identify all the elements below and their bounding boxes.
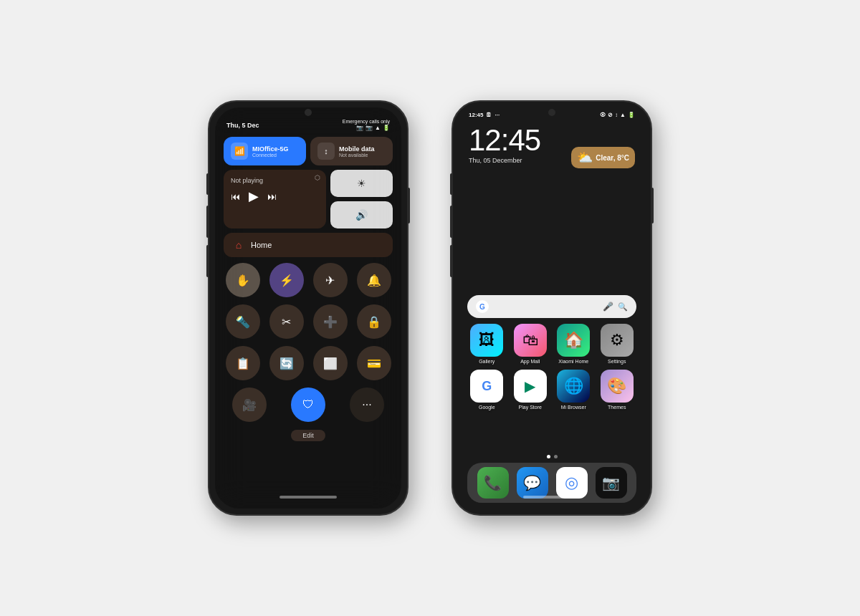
mute-button[interactable] bbox=[206, 173, 209, 195]
mobile-icon: ↕ bbox=[317, 143, 335, 160]
google-home-button[interactable]: ⌂ Home bbox=[224, 233, 393, 257]
card-icon: 💳 bbox=[367, 357, 381, 370]
messages-icon: 💬 bbox=[517, 467, 548, 499]
cc-media-row: ⬡ Not playing ⏮ ▶ ⏭ ☀ 🔊 bbox=[224, 170, 393, 228]
video-toggle[interactable]: 🎥 bbox=[232, 388, 267, 422]
mute-button-2[interactable] bbox=[450, 173, 453, 195]
cc-sliders: ☀ 🔊 bbox=[330, 170, 393, 228]
dock-messages[interactable]: 💬 bbox=[514, 467, 550, 499]
app-google[interactable]: G Google bbox=[467, 370, 507, 410]
hs-time-small: 12:45 bbox=[469, 112, 483, 118]
mobile-data-toggle[interactable]: ↕ Mobile data Not available bbox=[310, 137, 393, 165]
google-search-bar[interactable]: G 🎤 🔍 bbox=[467, 295, 636, 318]
chrome-icon: ◎ bbox=[556, 467, 588, 499]
mobile-text: Mobile data Not available bbox=[339, 145, 375, 158]
page-dot-1[interactable] bbox=[547, 455, 550, 458]
phone-app-icon: 📞 bbox=[477, 467, 509, 499]
brightness-icon: ☀ bbox=[357, 178, 366, 189]
weather-temp: Clear, 8°C bbox=[596, 154, 629, 162]
more-icon: ··· bbox=[494, 112, 500, 118]
dock-chrome[interactable]: ◎ bbox=[553, 467, 590, 499]
no-sim-icon: ⊘ bbox=[608, 112, 613, 118]
hs-status-right: ⦿ ⊘ ↕ ▲ 🔋 bbox=[600, 112, 635, 118]
phone-control-center: Thu, 5 Dec Emergency calls only 📷 📷 ▲ 🔋 … bbox=[208, 100, 408, 516]
scissors-toggle[interactable]: ✂ bbox=[269, 304, 304, 339]
google-g-icon: G bbox=[476, 300, 489, 313]
calendar-icon: 🗓 bbox=[486, 112, 492, 118]
cc-status-bar: Thu, 5 Dec Emergency calls only 📷 📷 ▲ 🔋 bbox=[224, 117, 393, 133]
flashlight-toggle[interactable]: 🔦 bbox=[226, 304, 260, 339]
airplane-toggle[interactable]: ✈ bbox=[313, 263, 348, 297]
screen-toggle[interactable]: ⬜ bbox=[313, 346, 348, 380]
power-button-2[interactable] bbox=[651, 188, 654, 223]
lens-search-icon[interactable]: 🔍 bbox=[618, 302, 628, 312]
xiaomihome-label: Xiaomi Home bbox=[558, 359, 588, 364]
edit-button[interactable]: Edit bbox=[291, 430, 325, 441]
home-bar-2[interactable] bbox=[523, 496, 580, 499]
power-button[interactable] bbox=[407, 188, 410, 223]
dots-icon: ··· bbox=[362, 398, 371, 411]
clipboard-icon: 📋 bbox=[236, 357, 250, 370]
wifi-icon: 📶 bbox=[231, 143, 248, 160]
clipboard-toggle[interactable]: 📋 bbox=[226, 346, 260, 380]
gallery-icon: 🖼 bbox=[470, 324, 503, 357]
home-bar-1[interactable] bbox=[280, 496, 337, 499]
camera-icon: 📷 bbox=[596, 467, 627, 499]
hs-status-bar: 12:45 🗓 ··· ⦿ ⊘ ↕ ▲ 🔋 bbox=[459, 107, 645, 120]
app-mibrowser[interactable]: 🌐 Mi Browser bbox=[554, 370, 593, 410]
google-icon: G bbox=[470, 370, 503, 403]
not-playing-label: Not playing bbox=[231, 177, 319, 184]
plus-icon: ➕ bbox=[323, 315, 338, 329]
lock-toggle[interactable]: 🔒 bbox=[357, 304, 391, 339]
media-controls: ⏮ ▶ ⏭ bbox=[231, 188, 319, 204]
page-dot-2[interactable] bbox=[554, 455, 558, 458]
battery-icon: 🔋 bbox=[383, 125, 390, 131]
wifi-toggle[interactable]: 📶 MIOffice-5G Connected bbox=[224, 137, 306, 165]
wifi-status: Connected bbox=[252, 153, 289, 158]
lock-icon: 🔒 bbox=[367, 315, 381, 329]
play-button[interactable]: ▶ bbox=[249, 188, 259, 204]
app-gallery[interactable]: 🖼 Gallery bbox=[467, 324, 507, 364]
volume-slider[interactable]: 🔊 bbox=[330, 201, 393, 228]
hs-app-row-2: G Google ▶ Play Store 🌐 Mi Browser 🎨 The… bbox=[467, 370, 636, 410]
app-xiaomihome[interactable]: 🏠 Xiaomi Home bbox=[554, 324, 593, 364]
volume-down-button-2[interactable] bbox=[450, 245, 453, 277]
cc-status-icons: 📷 📷 ▲ 🔋 bbox=[356, 125, 390, 131]
dock-phone[interactable]: 📞 bbox=[474, 467, 511, 499]
volume-up-button-2[interactable] bbox=[450, 206, 453, 238]
dock-camera[interactable]: 📷 bbox=[593, 467, 629, 499]
prev-button[interactable]: ⏮ bbox=[231, 191, 240, 202]
scissors-icon: ✂ bbox=[282, 315, 291, 329]
refresh-toggle[interactable]: 🔄 bbox=[269, 346, 304, 380]
app-settings[interactable]: ⚙ Settings bbox=[598, 324, 637, 364]
notification-toggle[interactable]: 🔔 bbox=[357, 263, 391, 297]
touch-icon: ✋ bbox=[236, 274, 250, 287]
card-toggle[interactable]: 💳 bbox=[357, 346, 391, 380]
flashlight-icon: 🔦 bbox=[236, 315, 250, 329]
next-button[interactable]: ⏭ bbox=[267, 191, 277, 202]
cc-network-row: 📶 MIOffice-5G Connected ↕ Mobile data No… bbox=[224, 137, 393, 165]
app-appmall[interactable]: 🛍 App Mall bbox=[511, 324, 550, 364]
bluetooth-toggle[interactable]: ⚡ bbox=[269, 263, 304, 297]
app-playstore[interactable]: ▶ Play Store bbox=[511, 370, 550, 410]
volume-down-button[interactable] bbox=[206, 245, 209, 277]
volume-up-button[interactable] bbox=[206, 206, 209, 238]
security-toggle[interactable]: 🛡 bbox=[291, 388, 325, 422]
hs-time-area: 12:45 Thu, 05 December ⛅ Clear, 8°C bbox=[459, 120, 645, 168]
playstore-label: Play Store bbox=[519, 405, 542, 410]
brightness-slider[interactable]: ☀ bbox=[330, 170, 393, 197]
touch-toggle[interactable]: ✋ bbox=[226, 263, 260, 297]
cc-bottom-toggles: 🎥 🛡 ··· bbox=[224, 388, 393, 422]
home-screen: 12:45 🗓 ··· ⦿ ⊘ ↕ ▲ 🔋 12:45 Thu, 05 Dece… bbox=[459, 107, 645, 509]
cast-icon[interactable]: ⬡ bbox=[315, 174, 320, 181]
home-label: Home bbox=[251, 241, 272, 249]
wifi-name: MIOffice-5G bbox=[252, 145, 289, 153]
extra-toggle[interactable]: ··· bbox=[350, 388, 384, 422]
playstore-icon: ▶ bbox=[514, 370, 547, 403]
weather-widget[interactable]: ⛅ Clear, 8°C bbox=[571, 147, 635, 168]
cc-date: Thu, 5 Dec bbox=[226, 122, 259, 129]
appmall-label: App Mall bbox=[520, 359, 540, 364]
app-themes[interactable]: 🎨 Themes bbox=[598, 370, 637, 410]
plus-toggle[interactable]: ➕ bbox=[313, 304, 348, 339]
voice-search-icon[interactable]: 🎤 bbox=[603, 302, 613, 312]
